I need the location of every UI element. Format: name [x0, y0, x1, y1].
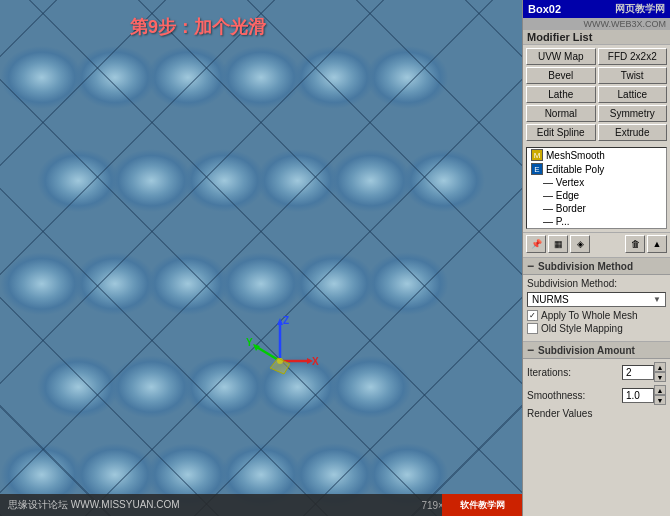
stack-item-vertex[interactable]: — Vertex [539, 176, 666, 189]
quilt-lines [0, 0, 522, 516]
status-left: 思缘设计论坛 WWW.MISSYUAN.COM [8, 498, 180, 512]
subdivision-method-section: − Subdivision Method [523, 257, 670, 275]
subdivision-amount-content: Iterations: ▲ ▼ Smoothness: ▲ ▼ [523, 359, 670, 425]
object-name: Box02 [528, 3, 561, 15]
subdivision-amount-title: Subdivision Amount [538, 345, 635, 356]
stack-item-border[interactable]: — Border [539, 202, 666, 215]
editable-poly-icon: E [531, 163, 543, 175]
dropdown-value: NURMS [532, 294, 569, 305]
iterations-down-btn[interactable]: ▼ [654, 372, 666, 382]
mod-btn-bevel[interactable]: Bevel [526, 67, 596, 84]
subdivision-amount-section: − Subdivision Amount [523, 341, 670, 359]
stack-item-edge[interactable]: — Edge [539, 189, 666, 202]
logo-badge: 软件教学网 [442, 494, 522, 516]
mod-btn-uvw-map[interactable]: UVW Map [526, 48, 596, 65]
old-style-mapping-checkbox[interactable] [527, 323, 538, 334]
status-bar: 思缘设计论坛 WWW.MISSYUAN.COM 719×540 89kb JPE… [0, 494, 522, 516]
mod-btn-edit-spline[interactable]: Edit Spline [526, 124, 596, 141]
stack-item-polygon[interactable]: — P... [539, 215, 666, 228]
smoothness-row: Smoothness: ▲ ▼ [527, 385, 666, 405]
apply-whole-mesh-row: ✓ Apply To Whole Mesh [527, 310, 666, 321]
mod-btn-extrude[interactable]: Extrude [598, 124, 668, 141]
smoothness-up-btn[interactable]: ▲ [654, 385, 666, 395]
dropdown-arrow-icon: ▼ [653, 295, 661, 304]
move-up-btn[interactable]: ▲ [647, 235, 667, 253]
mod-btn-lathe[interactable]: Lathe [526, 86, 596, 103]
section-minus-icon: − [527, 260, 534, 272]
iterations-row: Iterations: ▲ ▼ [527, 362, 666, 382]
watermark2: WWW.WEB3X.COM [523, 18, 670, 30]
modifier-list-label: Modifier List [523, 30, 670, 45]
iterations-spinner: ▲ ▼ [622, 362, 666, 382]
subdivision-method-label: Subdivision Method: [527, 278, 666, 289]
svg-text:X: X [312, 356, 319, 367]
iterations-label: Iterations: [527, 367, 622, 378]
meshsmooth-icon: M [531, 149, 543, 161]
stack-item-editable-poly[interactable]: E Editable Poly [527, 162, 666, 176]
mod-btn-twist[interactable]: Twist [598, 67, 668, 84]
meshsmooth-label: MeshSmooth [546, 150, 605, 161]
main-container: 第9步：加个光滑 Z Y X [0, 0, 670, 516]
section2-minus-icon: − [527, 344, 534, 356]
subdivision-method-content: Subdivision Method: NURMS ▼ ✓ Apply To W… [523, 275, 670, 339]
transform-gizmo: Z Y X [240, 316, 320, 396]
modifier-stack: M MeshSmooth E Editable Poly — Vertex — … [526, 147, 667, 229]
edge-label: — Edge [543, 190, 579, 201]
apply-whole-mesh-checkbox[interactable]: ✓ [527, 310, 538, 321]
smoothness-down-btn[interactable]: ▼ [654, 395, 666, 405]
pin-btn[interactable]: 📌 [526, 235, 546, 253]
right-panel: Box02 网页教学网 WWW.WEB3X.COM Modifier List … [522, 0, 670, 516]
modifier-grid: UVW Map FFD 2x2x2 Bevel Twist Lathe Latt… [523, 45, 670, 144]
iterations-up-btn[interactable]: ▲ [654, 362, 666, 372]
editable-poly-label: Editable Poly [546, 164, 604, 175]
render-values-label: Render Values [527, 408, 666, 419]
old-style-mapping-label: Old Style Mapping [541, 323, 623, 334]
iterations-input[interactable] [622, 365, 654, 380]
mod-btn-symmetry[interactable]: Symmetry [598, 105, 668, 122]
border-label: — Border [543, 203, 586, 214]
subdivision-method-title: Subdivision Method [538, 261, 633, 272]
delete-mod-btn[interactable]: 🗑 [625, 235, 645, 253]
render-values-row: Render Values [527, 408, 666, 419]
watermark: 网页教学网 [615, 2, 665, 16]
subdivision-method-dropdown[interactable]: NURMS ▼ [527, 292, 666, 307]
unique-btn[interactable]: ◈ [570, 235, 590, 253]
stack-toolbar: 📌 ▦ ◈ 🗑 ▲ [523, 232, 670, 255]
apply-whole-mesh-label: Apply To Whole Mesh [541, 310, 638, 321]
svg-line-3 [255, 346, 280, 361]
smoothness-spinner: ▲ ▼ [622, 385, 666, 405]
svg-text:Y: Y [246, 337, 253, 348]
subdivision-method-row: Subdivision Method: [527, 278, 666, 289]
smoothness-input[interactable] [622, 388, 654, 403]
mod-btn-ffd[interactable]: FFD 2x2x2 [598, 48, 668, 65]
polygon-label: — P... [543, 216, 570, 227]
mod-btn-lattice[interactable]: Lattice [598, 86, 668, 103]
viewport[interactable]: 第9步：加个光滑 Z Y X [0, 0, 522, 516]
svg-text:Z: Z [283, 316, 289, 326]
show-all-btn[interactable]: ▦ [548, 235, 568, 253]
mod-btn-normal[interactable]: Normal [526, 105, 596, 122]
step-text: 第9步：加个光滑 [130, 15, 266, 39]
logo-text: 软件教学网 [460, 499, 505, 512]
title-bar: Box02 网页教学网 [523, 0, 670, 18]
old-style-mapping-row: Old Style Mapping [527, 323, 666, 334]
vertex-label: — Vertex [543, 177, 584, 188]
stack-item-meshsmooth[interactable]: M MeshSmooth [527, 148, 666, 162]
smoothness-label: Smoothness: [527, 390, 622, 401]
